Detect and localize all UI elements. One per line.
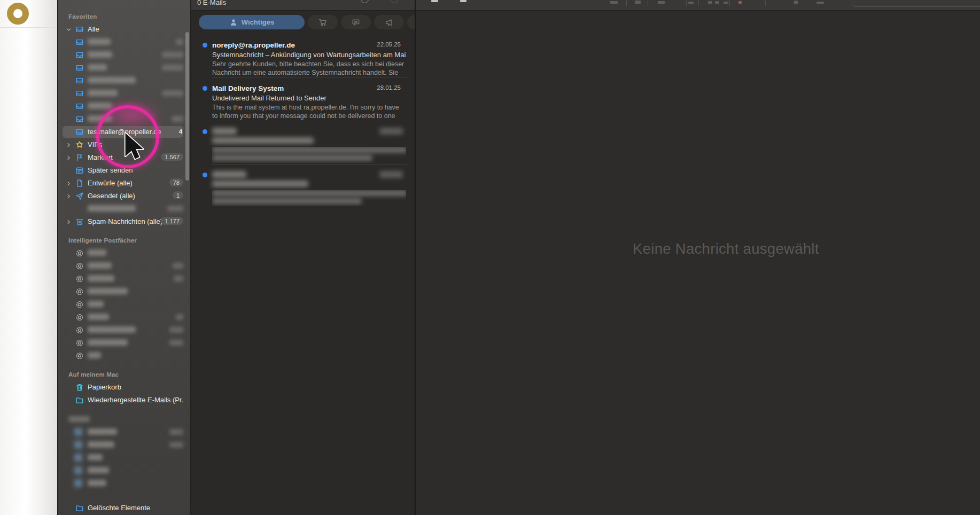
chevron-right-icon[interactable] — [65, 192, 72, 199]
sidebar-item-spam-nachrichten-alle[interactable]: Spam-Nachrichten (alle) 1.177 — [58, 215, 190, 228]
sidebar-item-papierkorb[interactable]: Papierkorb — [58, 381, 190, 394]
search-field[interactable] — [852, 0, 980, 7]
sidebar-item[interactable] — [58, 202, 190, 215]
cart-icon — [318, 18, 327, 27]
sidebar-item[interactable] — [58, 247, 190, 260]
redacted-icon — [74, 454, 82, 462]
sidebar-item-label: Alle — [88, 25, 99, 33]
redacted-label — [88, 205, 136, 212]
sidebar-item-label: Gesendet (alle) — [88, 192, 135, 200]
inbox-icon — [75, 89, 84, 98]
unread-indicator — [203, 173, 207, 177]
sidebar-item[interactable] — [58, 113, 190, 126]
sidebar-item[interactable] — [58, 426, 190, 439]
sidebar-item-label: Markiert — [88, 153, 113, 161]
sidebar-item[interactable] — [58, 337, 190, 349]
megaphone-icon — [385, 18, 393, 27]
redacted-subject — [212, 181, 308, 187]
email-list-item[interactable] — [191, 164, 415, 207]
sidebar-item[interactable] — [58, 324, 190, 337]
email-list-item[interactable] — [191, 121, 415, 164]
sidebar-item[interactable] — [58, 260, 190, 272]
desktop-background — [0, 0, 57, 515]
folder-icon — [75, 504, 84, 512]
filter-pill-partial[interactable] — [407, 15, 415, 29]
toolbar-icon-fragment — [635, 1, 641, 4]
redacted-icon — [74, 479, 82, 487]
redacted-badge — [169, 340, 183, 346]
sidebar-item[interactable] — [58, 464, 190, 477]
sidebar-item-entw-rfe-alle[interactable]: Entwürfe (alle) 78 — [58, 177, 190, 190]
filter-megaphone-button[interactable] — [374, 15, 404, 29]
sidebar-item[interactable] — [58, 285, 190, 298]
sidebar-item-gesendet-alle[interactable]: Gesendet (alle) 1 — [58, 190, 190, 202]
redacted-label — [88, 77, 136, 83]
sidebar-scrollbar[interactable] — [185, 32, 189, 181]
flag-icon-fragment — [738, 1, 742, 4]
section-title: Intelligente Postfächer — [68, 237, 137, 244]
filter-chat-button[interactable] — [341, 15, 371, 29]
toolbar-separator — [648, 0, 648, 6]
toolbar-separator — [686, 0, 687, 6]
sidebar-item[interactable] — [58, 439, 190, 451]
sidebar-item-label: Wiederhergestellte E-Mails (Pr... — [88, 396, 183, 404]
unread-count-badge: 1.567 — [161, 153, 183, 161]
inbox-icon — [75, 128, 84, 136]
gear-icon — [75, 339, 84, 347]
filter-cart-button[interactable] — [308, 15, 338, 29]
chevron-right-icon[interactable] — [65, 180, 72, 186]
chevron-right-icon[interactable] — [65, 218, 72, 225]
sidebar-item-vips[interactable]: VIPs — [58, 138, 190, 151]
toolbar-icon-fragment — [431, 0, 438, 2]
toolbar-icon-fragment — [724, 2, 728, 4]
person-icon — [229, 18, 238, 27]
redacted-icon — [74, 441, 82, 449]
sidebar-item-label: Gelöschte Elemente — [88, 504, 150, 512]
sidebar-item[interactable] — [58, 36, 190, 49]
email-list-item[interactable]: 28.01.25 Mail Delivery System Undelivere… — [191, 77, 415, 121]
sidebar-item-alle[interactable]: Alle — [58, 23, 190, 36]
sidebar-item[interactable] — [58, 61, 190, 74]
email-preview: Sehr geehrte Kunden, bitte beachten Sie,… — [212, 60, 406, 77]
sidebar-item[interactable] — [58, 74, 190, 87]
reading-pane: Keine Nachricht ausgewählt — [415, 0, 980, 515]
email-list-item[interactable]: 22.05.25 noreply@ra.propeller.de Systemn… — [191, 34, 415, 77]
sidebar-item[interactable] — [58, 272, 190, 285]
trash-icon — [75, 383, 84, 392]
sidebar-item[interactable] — [58, 49, 190, 61]
sidebar-item-label: testmailer@propeller.de — [88, 128, 161, 136]
background-divider — [0, 27, 57, 28]
toolbar-icon-fragment — [816, 2, 824, 4]
redacted-label — [88, 454, 103, 461]
sidebar-section-header — [58, 413, 190, 426]
sidebar-item[interactable] — [58, 477, 190, 490]
inbox-icon — [75, 25, 84, 34]
chevron-down-icon[interactable] — [65, 26, 72, 33]
unread-count-badge: 1 — [173, 191, 183, 199]
sidebar-item-gel-schte-elemente[interactable]: Gelöschte Elemente — [58, 502, 190, 514]
filter-label: Wichtiges — [242, 18, 274, 26]
sidebar-section-header: Intelligente Postfächer — [58, 234, 190, 247]
sidebar-item[interactable] — [58, 451, 190, 464]
redacted-label — [88, 339, 128, 346]
chevron-right-icon[interactable] — [65, 141, 72, 148]
redacted-badge — [173, 263, 183, 269]
email-date: 22.05.25 — [377, 41, 401, 48]
sidebar-item[interactable] — [58, 298, 190, 311]
sidebar-item[interactable] — [58, 100, 190, 113]
sidebar-item[interactable] — [58, 87, 190, 100]
spam-icon — [75, 217, 84, 226]
sidebar-item[interactable] — [58, 311, 190, 324]
sidebar-item-sp-ter-senden[interactable]: Später senden — [58, 164, 190, 177]
sidebar: Favoriten Alle — [57, 0, 191, 515]
sidebar-item[interactable] — [58, 349, 190, 362]
filter-wichtiges-button[interactable]: Wichtiges — [199, 15, 305, 29]
redacted-sender — [212, 128, 237, 135]
sidebar-item-markiert[interactable]: Markiert 1.567 — [58, 151, 190, 164]
sent-icon — [75, 192, 84, 200]
sidebar-item-testmailer-propeller-de[interactable]: testmailer@propeller.de 4 — [58, 126, 190, 138]
chevron-right-icon[interactable] — [65, 154, 72, 161]
flag-icon — [75, 153, 84, 162]
redacted-icon — [74, 466, 82, 474]
sidebar-item-wiederhergestellte-e-mails-pr[interactable]: Wiederhergestellte E-Mails (Pr... — [58, 394, 190, 407]
